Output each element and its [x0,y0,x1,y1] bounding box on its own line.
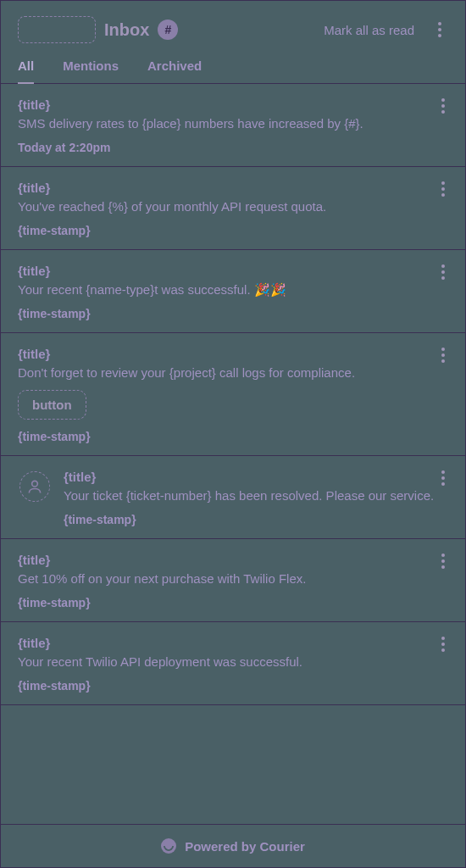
notification-text: Your ticket {ticket-number} has been res… [64,487,448,504]
footer: Powered by Courier [1,824,465,867]
tab-bar: All Mentions Archived [1,43,465,84]
tab-archived[interactable]: Archived [147,58,202,83]
notification-text: Your recent {name-type}t was successful.… [18,281,448,298]
notification-menu-button[interactable] [435,262,452,282]
notification-menu-button[interactable] [435,634,452,654]
inbox-panel: Inbox # Mark all as read All Mentions Ar… [0,0,466,868]
notification-timestamp: {time-stamp} [64,513,448,526]
courier-logo-icon [161,838,176,854]
notification-text: You've reached {%} of your monthly API r… [18,198,448,215]
notification-item[interactable]: {title}Don't forget to review your {proj… [1,333,465,456]
notification-title: {title} [18,636,448,650]
brand-placeholder [18,16,96,43]
avatar [18,470,52,526]
footer-label: Powered by Courier [185,839,305,854]
notification-menu-button[interactable] [435,468,452,488]
notification-title: {title} [18,553,448,567]
notification-text: SMS delivery rates to {place} numbers ha… [18,114,448,132]
notification-timestamp: {time-stamp} [18,679,448,693]
notification-menu-button[interactable] [435,551,452,571]
notification-item[interactable]: {title}Your recent {name-type}t was succ… [1,250,465,333]
notification-menu-button[interactable] [435,345,452,365]
notification-item[interactable]: {title}Your recent Twilio API deployment… [1,622,465,705]
notification-menu-button[interactable] [435,179,452,199]
mark-all-read-button[interactable]: Mark all as read [324,23,414,37]
notification-action-button[interactable]: button [18,390,86,420]
notification-title: {title} [18,264,448,278]
inbox-title: Inbox [104,20,149,40]
notification-menu-button[interactable] [435,96,452,116]
notification-item[interactable]: {title}You've reached {%} of your monthl… [1,167,465,250]
tab-mentions[interactable]: Mentions [63,58,119,83]
notification-item[interactable]: {title}Get 10% off on your next purchase… [1,539,465,622]
notification-text: Get 10% off on your next purchase with T… [18,570,448,587]
unread-count-badge: # [158,19,178,40]
notification-text: Don't forget to review your {project} ca… [18,364,448,381]
notification-item[interactable]: {title}Your ticket {ticket-number} has b… [1,456,465,539]
notification-timestamp: {time-stamp} [18,596,448,609]
notification-item[interactable]: {title}SMS delivery rates to {place} num… [1,84,465,167]
notification-timestamp: {time-stamp} [18,224,448,237]
user-icon [19,471,50,502]
notification-timestamp: {time-stamp} [18,307,448,320]
notification-timestamp: {time-stamp} [18,430,448,443]
notification-list: {title}SMS delivery rates to {place} num… [1,84,465,824]
tab-all[interactable]: All [18,58,34,83]
notification-timestamp: Today at 2:20pm [18,141,448,154]
notification-title: {title} [64,470,448,484]
notification-title: {title} [18,181,448,195]
notification-text: Your recent Twilio API deployment was su… [18,653,448,670]
notification-title: {title} [18,97,448,112]
inbox-header: Inbox # Mark all as read [1,1,465,43]
notification-title: {title} [18,347,448,361]
svg-point-0 [32,481,38,487]
header-menu-button[interactable] [431,19,448,40]
